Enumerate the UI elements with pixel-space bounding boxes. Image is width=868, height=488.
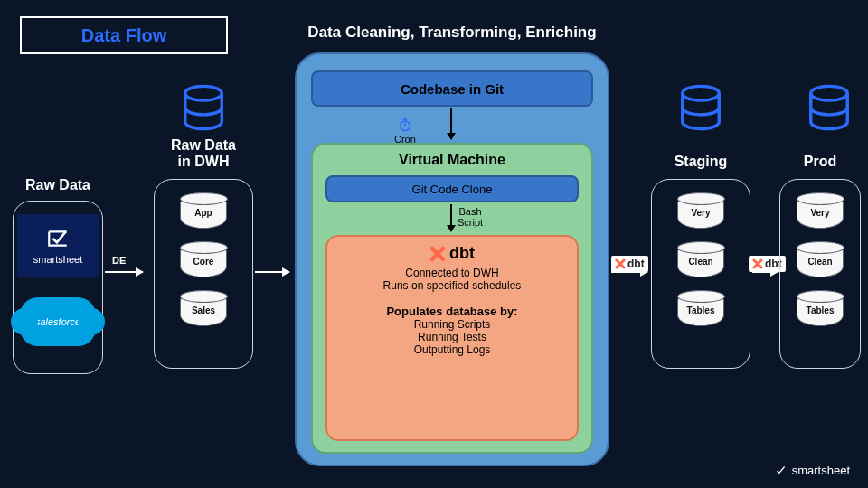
smartsheet-footer-icon bbox=[774, 465, 787, 477]
staging-db-icon bbox=[676, 83, 725, 132]
dbt-name: dbt bbox=[449, 244, 475, 263]
staging-cyl-3-label: Tables bbox=[687, 305, 715, 315]
dbt-tag-1-label: dbt bbox=[627, 258, 645, 270]
dbt-logo: dbt bbox=[429, 244, 475, 263]
vm-title: Virtual Machine bbox=[311, 152, 593, 168]
salesforce-logo-text: salesforce bbox=[35, 316, 80, 327]
prod-db-icon bbox=[805, 83, 854, 132]
dbt-box: dbt Connected to DWH Runs on specified s… bbox=[326, 235, 579, 441]
staging-cyl-2-label: Clean bbox=[688, 257, 712, 267]
arrow-dwh-to-mid bbox=[255, 271, 289, 273]
raw-data-box: smartsheet salesforce bbox=[13, 201, 103, 374]
git-clone-label: Git Code Clone bbox=[412, 183, 493, 196]
bash-label: Bash Script bbox=[458, 206, 483, 228]
middle-heading: Data Cleaning, Transforming, Enriching bbox=[280, 23, 624, 42]
staging-cyl-3: Tables bbox=[677, 290, 724, 326]
prod-cyl-3-label: Tables bbox=[807, 305, 835, 315]
dwh-db-icon bbox=[179, 83, 228, 132]
git-box-label: Codebase in Git bbox=[401, 81, 504, 97]
salesforce-cloud-icon: salesforce bbox=[20, 297, 96, 346]
dbt-x-icon bbox=[429, 246, 446, 262]
arrow-git-to-vm bbox=[450, 108, 452, 139]
dbt-pop1: Running Scripts bbox=[336, 318, 568, 331]
dwh-cyl-core: Core bbox=[180, 241, 227, 277]
dbt-pop-title: Populates database by: bbox=[336, 305, 568, 318]
smartsheet-logo-tile: smartsheet bbox=[17, 214, 99, 277]
footer-brand-text: smartsheet bbox=[792, 464, 850, 477]
dwh-cyl-sales-label: Sales bbox=[192, 305, 215, 315]
prod-cyl-1-label: Very bbox=[810, 208, 829, 218]
dbt-line1: Connected to DWH bbox=[336, 267, 568, 279]
cron-icon bbox=[398, 117, 412, 136]
arrow-clone-to-dbt bbox=[450, 204, 452, 231]
git-clone-box: Git Code Clone bbox=[326, 175, 579, 202]
smartsheet-check-icon bbox=[46, 227, 70, 250]
staging-cyl-1-label: Very bbox=[691, 208, 710, 218]
title-text: Data Flow bbox=[81, 25, 166, 46]
title-box: Data Flow bbox=[20, 16, 228, 54]
dwh-cyl-sales: Sales bbox=[180, 290, 227, 326]
prod-title: Prod bbox=[779, 154, 861, 170]
dwh-cyl-app-label: App bbox=[194, 208, 212, 218]
dbt-pop2: Running Tests bbox=[336, 331, 568, 343]
staging-title: Staging bbox=[651, 154, 750, 170]
salesforce-logo-tile: salesforce bbox=[17, 290, 99, 353]
git-box: Codebase in Git bbox=[311, 70, 593, 107]
prod-box: Very Clean Tables bbox=[779, 179, 861, 369]
dwh-cyl-core-label: Core bbox=[193, 257, 214, 267]
dbt-x-icon-small bbox=[615, 258, 626, 269]
dwh-title: Raw Data in DWH bbox=[154, 137, 253, 170]
dbt-pop3: Outputting Logs bbox=[336, 343, 568, 356]
staging-cyl-1: Very bbox=[677, 192, 724, 229]
staging-box: Very Clean Tables bbox=[651, 179, 750, 369]
svg-point-2 bbox=[683, 86, 720, 100]
dbt-x-icon-small-2 bbox=[752, 258, 763, 269]
dwh-cyl-app: App bbox=[180, 192, 227, 229]
svg-point-3 bbox=[811, 86, 848, 100]
prod-cyl-2-label: Clean bbox=[807, 257, 832, 267]
arrow-de-label: DE bbox=[112, 255, 126, 266]
svg-point-1 bbox=[401, 121, 410, 131]
prod-cyl-1: Very bbox=[797, 192, 844, 229]
prod-cyl-3: Tables bbox=[797, 290, 844, 326]
dwh-box: App Core Sales bbox=[154, 179, 253, 369]
prod-cyl-2: Clean bbox=[797, 241, 844, 277]
svg-point-0 bbox=[185, 86, 222, 100]
dbt-tag-1: dbt bbox=[611, 256, 648, 272]
arrow-raw-to-dwh bbox=[105, 271, 143, 273]
staging-cyl-2: Clean bbox=[677, 241, 724, 277]
dbt-line2: Runs on specified schedules bbox=[336, 279, 568, 292]
footer-brand: smartsheet bbox=[774, 464, 850, 477]
raw-data-title: Raw Data bbox=[13, 177, 103, 193]
smartsheet-logo-text: smartsheet bbox=[33, 254, 82, 265]
